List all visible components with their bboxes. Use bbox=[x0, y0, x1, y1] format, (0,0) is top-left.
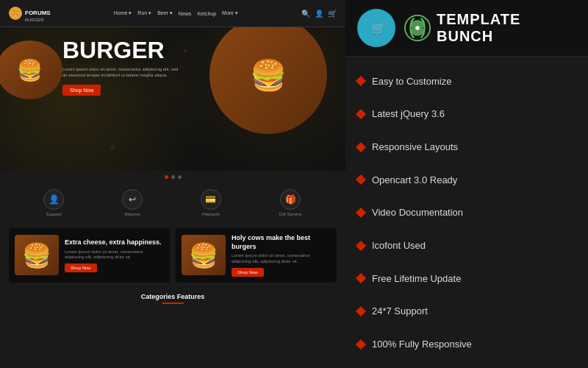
tb-brand-name: TEMPLATE BUNCH bbox=[437, 11, 576, 45]
burger-left-img: 🍔 bbox=[17, 58, 43, 82]
product-title-2: Holy cows make the best burgers bbox=[232, 234, 331, 251]
tb-logo-area: TEMPLATE BUNCH bbox=[404, 11, 576, 45]
nav-ketchup[interactable]: Ketchup bbox=[197, 11, 216, 16]
tb-cart-circle: 🛒 bbox=[357, 9, 395, 47]
hero-section: 🍔 🍔 BURGER Lorem ipsum dolor sit amet, c… bbox=[0, 27, 345, 171]
search-icon[interactable]: 🔍 bbox=[301, 10, 310, 18]
svg-point-3 bbox=[415, 26, 419, 29]
support-label: Support bbox=[46, 212, 62, 216]
diamond-icon-6 bbox=[356, 241, 366, 251]
right-panel: 🛒 TEMPLATE BUNCH Easy to Customize Lates… bbox=[345, 0, 588, 368]
product-btn-1[interactable]: Shop Now bbox=[65, 263, 97, 272]
tb-leaf-icon bbox=[404, 15, 431, 41]
product-image-1: 🍔 bbox=[15, 235, 59, 275]
product-info-2: Holy cows make the best burgers Lorem ip… bbox=[232, 234, 331, 277]
support-icon: 👤 bbox=[43, 189, 64, 210]
logo-name: FORUMS bbox=[25, 10, 51, 16]
gift-icon: 🎁 bbox=[280, 189, 301, 210]
categories-underline bbox=[162, 302, 184, 304]
diamond-icon-7 bbox=[356, 273, 366, 283]
logo-burger-icon: 🍔 bbox=[9, 7, 22, 20]
product-desc-2: Lorem ipsum dolor sit amet, consectetur … bbox=[232, 253, 331, 265]
product-title-1: Extra cheese, extra happiness. bbox=[65, 238, 164, 247]
hero-text-area: BURGER Lorem ipsum dolor sit amet, conse… bbox=[62, 38, 180, 96]
returns-label: Returns bbox=[125, 212, 140, 216]
diamond-icon-1 bbox=[356, 76, 366, 86]
categories-title: Categories Features bbox=[4, 293, 341, 300]
diamond-icon-3 bbox=[356, 142, 366, 152]
feature-text-5: Video Documentation bbox=[372, 207, 463, 218]
feature-text-3: Responsive Layouts bbox=[372, 141, 458, 152]
product-row: 🍔 Extra cheese, extra happiness. Lorem i… bbox=[0, 222, 345, 289]
slider-dots bbox=[0, 171, 345, 183]
diamond-icon-5 bbox=[356, 208, 366, 218]
diamond-icon-8 bbox=[356, 306, 366, 316]
logo-sub: BURGER bbox=[25, 18, 51, 22]
feature-item-5: Video Documentation bbox=[357, 205, 576, 220]
product-card-1: 🍔 Extra cheese, extra happiness. Lorem i… bbox=[9, 228, 170, 283]
payment-icon: 💳 bbox=[201, 189, 221, 210]
feature-text-9: 100% Fully Responsive bbox=[372, 339, 472, 350]
product-btn-2[interactable]: Shop Now bbox=[232, 268, 264, 277]
feature-item-7: Free Lifetime Update bbox=[357, 271, 576, 286]
feature-text-1: Easy to Customize bbox=[372, 76, 451, 87]
nav-links: Home ▾ Run ▾ Beer ▾ News Ketchup More ▾ bbox=[114, 10, 238, 16]
bokeh-dot bbox=[184, 49, 187, 52]
support-item: 👤 Support bbox=[43, 189, 64, 216]
diamond-icon-2 bbox=[356, 109, 366, 119]
feature-item-1: Easy to Customize bbox=[357, 74, 576, 89]
feature-item-3: Responsive Layouts bbox=[357, 139, 576, 155]
service-icon-row: 👤 Support ↩ Returns 💳 Payment 🎁 Gift Ser… bbox=[0, 183, 345, 222]
hero-cta-button[interactable]: Shop Now bbox=[62, 85, 101, 96]
feature-item-6: Icofont Used bbox=[357, 238, 576, 253]
product-info-1: Extra cheese, extra happiness. Lorem ips… bbox=[65, 238, 164, 272]
feature-text-7: Free Lifetime Update bbox=[372, 273, 461, 284]
product-desc-1: Lorem ipsum dolor sit amet, consectetur … bbox=[65, 250, 164, 261]
hero-description: Lorem ipsum dolor sit amet, consectetur … bbox=[62, 66, 180, 79]
payment-item: 💳 Payment bbox=[201, 189, 221, 216]
tb-header: 🛒 TEMPLATE BUNCH bbox=[345, 0, 588, 57]
product-card-2: 🍔 Holy cows make the best burgers Lorem … bbox=[176, 228, 337, 283]
feature-text-2: Latest jQuery 3.6 bbox=[372, 108, 445, 119]
bokeh-dot bbox=[110, 145, 115, 149]
website-preview: 🍔 FORUMS BURGER Home ▾ Run ▾ Beer ▾ News… bbox=[0, 0, 345, 368]
gift-label: Gift Service bbox=[279, 212, 302, 216]
diamond-icon-9 bbox=[356, 339, 366, 350]
cart-svg-icon: 🛒 bbox=[366, 18, 387, 38]
svg-text:🛒: 🛒 bbox=[371, 21, 386, 35]
nav-more[interactable]: More ▾ bbox=[222, 10, 238, 16]
nav-home[interactable]: Home ▾ bbox=[114, 10, 132, 16]
slider-dot-1[interactable] bbox=[165, 175, 168, 179]
gift-item: 🎁 Gift Service bbox=[279, 189, 302, 216]
product-image-2: 🍔 bbox=[182, 235, 226, 275]
payment-label: Payment bbox=[202, 212, 220, 216]
nav-run[interactable]: Run ▾ bbox=[137, 10, 151, 16]
burger-right-img: 🍔 bbox=[250, 58, 287, 93]
feature-item-9: 100% Fully Responsive bbox=[357, 336, 576, 352]
hero-title: BURGER bbox=[62, 38, 180, 62]
nav-icons: 🔍 👤 🛒 bbox=[301, 10, 337, 18]
logo-area: 🍔 FORUMS BURGER bbox=[9, 4, 51, 22]
feature-text-6: Icofont Used bbox=[372, 240, 426, 251]
cart-icon[interactable]: 🛒 bbox=[328, 10, 337, 18]
returns-item: ↩ Returns bbox=[122, 189, 143, 216]
product-burger-2: 🍔 bbox=[189, 241, 218, 269]
nav-beer[interactable]: Beer ▾ bbox=[157, 10, 173, 16]
site-header: 🍔 FORUMS BURGER Home ▾ Run ▾ Beer ▾ News… bbox=[0, 0, 345, 27]
feature-item-4: Opencart 3.0 Ready bbox=[357, 172, 576, 188]
nav-news[interactable]: News bbox=[179, 11, 192, 16]
features-list: Easy to Customize Latest jQuery 3.6 Resp… bbox=[345, 57, 588, 368]
product-burger-1: 🍔 bbox=[22, 241, 51, 269]
user-icon[interactable]: 👤 bbox=[315, 10, 323, 18]
slider-dot-3[interactable] bbox=[178, 175, 182, 179]
feature-text-8: 24*7 Support bbox=[372, 305, 428, 316]
feature-item-8: 24*7 Support bbox=[357, 303, 576, 319]
feature-item-2: Latest jQuery 3.6 bbox=[357, 106, 576, 121]
diamond-icon-4 bbox=[356, 174, 366, 185]
slider-dot-2[interactable] bbox=[171, 175, 175, 179]
categories-section: Categories Features bbox=[0, 289, 345, 311]
returns-icon: ↩ bbox=[122, 189, 143, 210]
feature-text-4: Opencart 3.0 Ready bbox=[372, 174, 457, 185]
